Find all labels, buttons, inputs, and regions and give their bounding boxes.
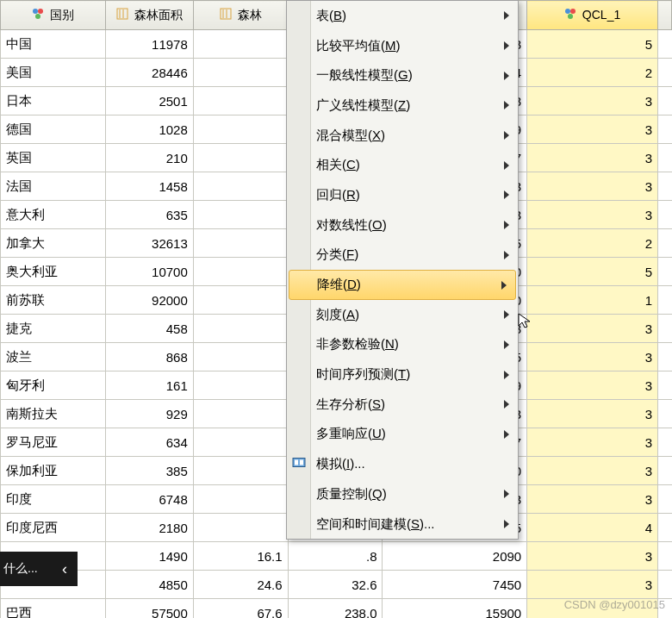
cell-country[interactable]: 印度尼西 (1, 514, 106, 542)
cell[interactable] (193, 229, 288, 258)
cell-country[interactable]: 巴西 (1, 599, 106, 619)
cell-forest[interactable]: 57500 (105, 599, 193, 619)
cell[interactable] (193, 115, 288, 144)
cell[interactable]: .8 (288, 542, 383, 571)
menu-item-s[interactable]: 空间和时间建模(S)... (287, 509, 518, 540)
cell[interactable] (193, 144, 288, 172)
cell-country[interactable]: 印度 (1, 485, 106, 514)
cell-qcl[interactable]: 3 (527, 172, 658, 201)
cell[interactable] (193, 30, 288, 59)
cell-qcl[interactable]: 3 (527, 457, 658, 485)
cell-qcl[interactable]: 4 (527, 514, 658, 542)
cell[interactable] (193, 87, 288, 115)
cell-qcl[interactable]: 5 (527, 258, 658, 286)
menu-item-x[interactable]: 混合模型(X) (287, 121, 518, 151)
table-row[interactable]: 149016.1.820903 (1, 542, 672, 571)
cell-qcl[interactable]: 3 (527, 542, 658, 571)
cell-qcl[interactable]: 2 (527, 59, 658, 87)
cell-forest[interactable]: 458 (105, 315, 193, 343)
header-qcl[interactable]: QCL_1 (527, 1, 658, 30)
cell[interactable] (193, 457, 288, 485)
cell-qcl[interactable]: 3 (527, 485, 658, 514)
header-forest-area[interactable]: 森林面积 (105, 1, 193, 30)
cell-country[interactable]: 捷克 (1, 315, 106, 343)
cell-country[interactable]: 匈牙利 (1, 371, 106, 400)
cell-forest[interactable]: 210 (105, 144, 193, 172)
cell-forest[interactable]: 2501 (105, 87, 193, 115)
context-menu[interactable]: 表(B)比较平均值(M)一般线性模型(G)广义线性模型(Z)混合模型(X)相关(… (286, 0, 519, 540)
cell[interactable]: 7450 (383, 571, 527, 599)
cell-country[interactable]: 德国 (1, 115, 106, 144)
cell-qcl[interactable]: 3 (527, 371, 658, 400)
cell-forest[interactable]: 1490 (105, 542, 193, 571)
cell[interactable]: 15900 (383, 599, 527, 619)
cell[interactable] (193, 485, 288, 514)
cell-country[interactable]: 南斯拉夫 (1, 400, 106, 428)
menu-item-n[interactable]: 非参数检验(N) (287, 330, 518, 360)
cell[interactable]: 24.6 (193, 571, 288, 599)
cell-country[interactable]: 法国 (1, 172, 106, 201)
cell-qcl[interactable]: 3 (527, 87, 658, 115)
cell-qcl[interactable]: 3 (527, 115, 658, 144)
menu-item-d[interactable]: 降维(D) (289, 270, 516, 300)
cell-forest[interactable]: 385 (105, 457, 193, 485)
cell-forest[interactable]: 10700 (105, 258, 193, 286)
menu-item-i[interactable]: 模拟(I)... (287, 449, 518, 479)
cell-country[interactable]: 奥大利亚 (1, 258, 106, 286)
header-country[interactable]: 国别 (1, 1, 106, 30)
menu-item-g[interactable]: 一般线性模型(G) (287, 60, 518, 91)
cell-forest[interactable]: 28446 (105, 59, 193, 87)
cell-qcl[interactable]: 3 (527, 428, 658, 457)
cell-country[interactable]: 美国 (1, 59, 106, 87)
cell-qcl[interactable]: 3 (527, 201, 658, 229)
cell-country[interactable]: 英国 (1, 144, 106, 172)
cell-forest[interactable]: 634 (105, 428, 193, 457)
cell-forest[interactable]: 1028 (105, 115, 193, 144)
cell[interactable]: 32.6 (288, 571, 383, 599)
cell-qcl[interactable]: 2 (527, 229, 658, 258)
cell-country[interactable]: 保加利亚 (1, 457, 106, 485)
cell-country[interactable]: 中国 (1, 30, 106, 59)
menu-item-r[interactable]: 回归(R) (287, 180, 518, 210)
menu-item-u[interactable]: 多重响应(U) (287, 420, 518, 450)
cell-country[interactable]: 日本 (1, 87, 106, 115)
cell[interactable] (193, 371, 288, 400)
cell-qcl[interactable]: 3 (527, 144, 658, 172)
header-forest-partial[interactable]: 森林 (193, 1, 288, 30)
cell[interactable] (193, 258, 288, 286)
cell[interactable]: 2090 (383, 542, 527, 571)
cell[interactable] (193, 315, 288, 343)
cell[interactable] (193, 59, 288, 87)
cell-country[interactable]: 前苏联 (1, 286, 106, 315)
cell[interactable] (193, 172, 288, 201)
chevron-left-icon[interactable]: ‹ (52, 560, 78, 578)
bottom-toolbar[interactable]: 什么... ‹ (0, 552, 78, 586)
cell-forest[interactable]: 635 (105, 201, 193, 229)
cell-country[interactable]: 罗马尼亚 (1, 428, 106, 457)
cell-forest[interactable]: 92000 (105, 286, 193, 315)
cell-forest[interactable]: 929 (105, 400, 193, 428)
cell[interactable]: 67.6 (193, 599, 288, 619)
menu-item-o[interactable]: 对数线性(O) (287, 210, 518, 240)
menu-item-q[interactable]: 质量控制(Q) (287, 479, 518, 509)
cell-forest[interactable]: 32613 (105, 229, 193, 258)
cell-country[interactable]: 波兰 (1, 343, 106, 371)
menu-item-f[interactable]: 分类(F) (287, 240, 518, 271)
menu-item-z[interactable]: 广义线性模型(Z) (287, 91, 518, 121)
cell[interactable] (193, 428, 288, 457)
cell[interactable] (193, 514, 288, 542)
cell[interactable]: 16.1 (193, 542, 288, 571)
cell-qcl[interactable]: 5 (527, 30, 658, 59)
cell-qcl[interactable]: 1 (527, 286, 658, 315)
cell-forest[interactable]: 6748 (105, 485, 193, 514)
menu-item-s[interactable]: 生存分析(S) (287, 390, 518, 420)
menu-item-c[interactable]: 相关(C) (287, 150, 518, 180)
cell-qcl[interactable]: 3 (527, 400, 658, 428)
cell[interactable]: 238.0 (288, 599, 383, 619)
cell[interactable] (193, 286, 288, 315)
cell-forest[interactable]: 1458 (105, 172, 193, 201)
cell-forest[interactable]: 868 (105, 343, 193, 371)
cell-qcl[interactable]: 3 (527, 571, 658, 599)
cell-forest[interactable]: 4850 (105, 571, 193, 599)
cell-forest[interactable]: 11978 (105, 30, 193, 59)
